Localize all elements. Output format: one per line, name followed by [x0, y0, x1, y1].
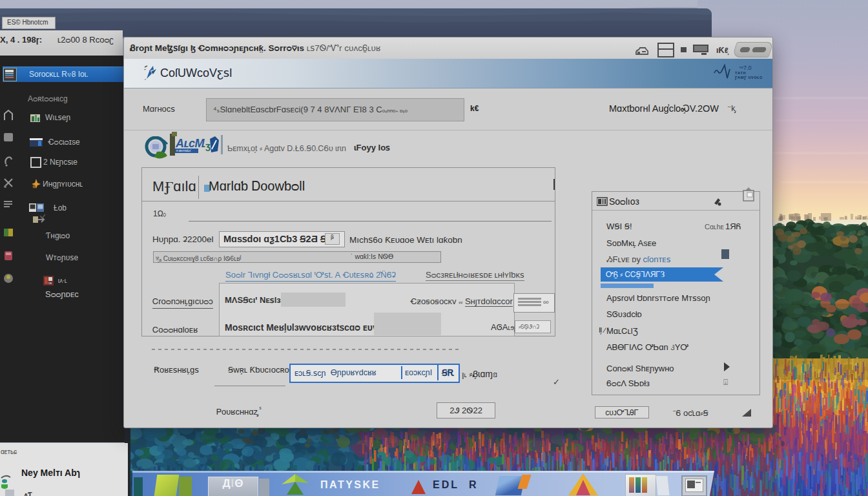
- svg-text:ta: ta: [48, 281, 52, 285]
